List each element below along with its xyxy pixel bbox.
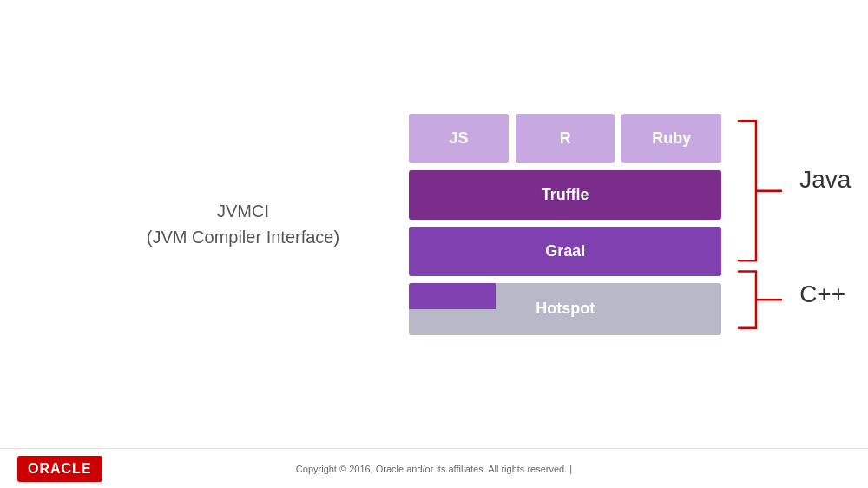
- content-area: JVMCI (JVM Compiler Interface) JS R Ruby: [0, 0, 868, 488]
- jvmci-line1: JVMCI: [147, 198, 339, 224]
- js-box: JS: [409, 114, 509, 163]
- slide: JVMCI (JVM Compiler Interface) JS R Ruby: [0, 0, 868, 488]
- truffle-bar: Truffle: [409, 170, 721, 220]
- architecture-diagram: JS R Ruby Truffle Graal: [409, 114, 721, 335]
- diagram-wrapper: JS R Ruby Truffle Graal: [409, 114, 721, 335]
- java-label: Java: [799, 166, 851, 194]
- oracle-logo-text: ORACLE: [28, 461, 92, 477]
- footer: ORACLE Copyright © 2016, Oracle and/or i…: [0, 448, 868, 488]
- ruby-box: Ruby: [621, 114, 721, 163]
- footer-copyright: Copyright © 2016, Oracle and/or its affi…: [296, 464, 572, 474]
- jvmci-line2: (JVM Compiler Interface): [147, 224, 339, 250]
- language-row: JS R Ruby: [409, 114, 721, 163]
- oracle-logo: ORACLE: [17, 456, 102, 482]
- cpp-label: C++: [799, 280, 851, 308]
- graal-bar: Graal: [409, 227, 721, 276]
- jvmci-label: JVMCI (JVM Compiler Interface): [147, 198, 339, 250]
- hotspot-container: Hotspot: [409, 283, 721, 335]
- right-labels: Java C++: [799, 114, 851, 335]
- r-box: R: [516, 114, 615, 163]
- graal-notch: [409, 283, 496, 309]
